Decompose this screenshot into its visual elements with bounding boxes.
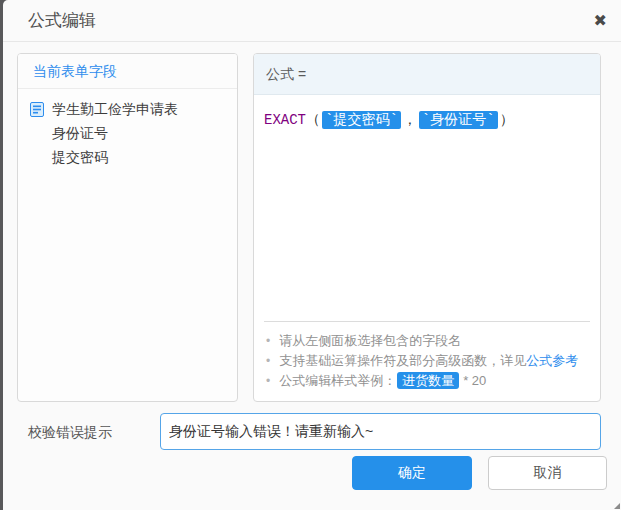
formula-close-paren: ）: [500, 112, 514, 128]
form-fields-panel: 当前表单字段 学生勤工俭学申请表 身份证号 提交密码: [17, 53, 238, 402]
field-token-password[interactable]: `提交密码`: [322, 111, 401, 129]
resize-grip-icon[interactable]: [614, 503, 620, 509]
hints-block: • 请从左侧面板选择包含的字段名 • 支持基础运算操作符及部分高级函数，详见公式…: [254, 322, 600, 401]
hint-text-part: 公式编辑样式举例：: [279, 373, 396, 388]
hint-text: 支持基础运算操作符及部分高级函数，详见公式参考: [279, 351, 578, 370]
screen: 公式编辑 ✖ 当前表单字段 学生勤工俭学申请表 身份证号: [0, 0, 621, 510]
cancel-button[interactable]: 取消: [488, 456, 607, 490]
dialog-titlebar: 公式编辑 ✖: [3, 0, 621, 42]
document-icon: [30, 102, 44, 117]
close-icon[interactable]: ✖: [594, 0, 607, 41]
hint-line: • 支持基础运算操作符及部分高级函数，详见公式参考: [266, 351, 588, 371]
tree-item-label: 提交密码: [52, 145, 108, 169]
formula-panel-header: 公式 =: [254, 54, 600, 95]
formula-panel: 公式 = EXACT（`提交密码`，`身份证号`） • 请从左侧面板选择包含的字…: [253, 53, 601, 402]
formula-function-name: EXACT: [264, 112, 306, 128]
hint-text: 请从左侧面板选择包含的字段名: [279, 331, 461, 350]
tree-item-label: 学生勤工俭学申请表: [52, 97, 178, 121]
form-fields-panel-header: 当前表单字段: [18, 54, 237, 89]
formula-editor[interactable]: EXACT（`提交密码`，`身份证号`）: [254, 95, 600, 321]
tree-item-field-idcard[interactable]: 身份证号: [18, 121, 237, 145]
field-token-idcard[interactable]: `身份证号`: [419, 111, 498, 129]
confirm-button[interactable]: 确定: [352, 456, 472, 490]
dialog-title: 公式编辑: [28, 0, 96, 41]
hint-text: 公式编辑样式举例：进货数量* 20: [279, 371, 486, 390]
formula-edit-dialog: 公式编辑 ✖ 当前表单字段 学生勤工俭学申请表 身份证号: [3, 0, 621, 510]
hint-text-suffix: * 20: [463, 373, 486, 388]
formula-reference-link[interactable]: 公式参考: [526, 353, 578, 368]
hint-line: • 请从左侧面板选择包含的字段名: [266, 331, 588, 351]
hint-line: • 公式编辑样式举例：进货数量* 20: [266, 371, 588, 391]
example-field-badge: 进货数量: [397, 372, 459, 389]
hint-text-part: 支持基础运算操作符及部分高级函数，详见: [279, 353, 526, 368]
tree-item-form[interactable]: 学生勤工俭学申请表: [18, 97, 237, 121]
form-fields-tree: 学生勤工俭学申请表 身份证号 提交密码: [18, 89, 237, 169]
error-hint-label: 校验错误提示: [28, 422, 112, 442]
tree-item-label: 身份证号: [52, 121, 108, 145]
formula-open-paren: （: [306, 112, 320, 128]
formula-comma: ，: [403, 112, 417, 128]
bullet-icon: •: [266, 332, 270, 351]
error-message-input[interactable]: [160, 413, 601, 450]
bullet-icon: •: [266, 372, 270, 391]
tree-item-field-password[interactable]: 提交密码: [18, 145, 237, 169]
bullet-icon: •: [266, 352, 270, 371]
